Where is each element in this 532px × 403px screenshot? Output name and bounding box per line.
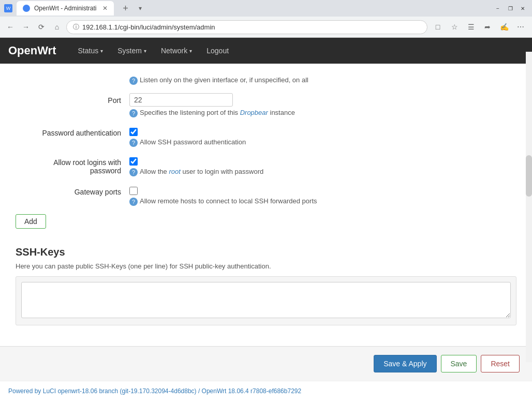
back-button[interactable]: ←	[4, 21, 17, 33]
reload-button[interactable]: ⟳	[35, 21, 48, 33]
more-icon[interactable]: ⋯	[513, 20, 528, 34]
scrollbar[interactable]	[526, 52, 532, 362]
password-auth-row: Password authentication ? Allow SSH pass…	[16, 126, 516, 147]
password-auth-field: ? Allow SSH password authentication	[129, 126, 516, 147]
password-auth-checkbox[interactable]	[129, 128, 138, 136]
gateway-ports-help: ? Allow remote hosts to connect to local…	[129, 197, 516, 206]
password-auth-help-text: Allow SSH password authentication	[140, 138, 246, 146]
gateway-ports-checkbox[interactable]	[129, 187, 138, 195]
port-row: Port ? Specifies the listening port of t…	[16, 93, 516, 117]
reading-list-icon[interactable]: □	[431, 20, 445, 34]
status-caret-icon: ▾	[100, 48, 103, 54]
port-help: ? Specifies the listening port of this D…	[129, 109, 516, 117]
root-login-help: ? Allow the root user to login with pass…	[129, 168, 516, 176]
port-label: Port	[16, 93, 129, 105]
ssh-keys-title: SSH-Keys	[16, 246, 516, 258]
password-auth-help: ? Allow SSH password authentication	[129, 138, 516, 147]
nav-logout[interactable]: Logout	[200, 42, 235, 59]
scrollbar-thumb[interactable]	[526, 155, 532, 197]
password-auth-checkbox-wrapper	[129, 126, 516, 136]
ssh-keys-desc: Here you can paste public SSH-Keys (one …	[16, 262, 516, 270]
openwrt-logo: OpenWrt	[8, 44, 56, 57]
home-button[interactable]: ⌂	[51, 21, 63, 33]
new-tab-button[interactable]: +	[118, 1, 132, 16]
nav-network[interactable]: Network ▾	[155, 42, 198, 59]
browser-nav-icons: □ ☆ ☰ ➦ ✍ ⋯	[431, 20, 528, 34]
browser-title-bar: W OpenWrt - Administrati ✕ + ▾ − ❐ ✕	[0, 0, 532, 17]
browser-chrome: W OpenWrt - Administrati ✕ + ▾ − ❐ ✕ ← →…	[0, 0, 532, 38]
openwrt-header: OpenWrt Status ▾ System ▾ Network ▾ Logo…	[0, 38, 532, 64]
gateway-ports-help-icon: ?	[129, 198, 138, 206]
root-login-checkbox-wrapper	[129, 155, 516, 166]
root-login-checkbox[interactable]	[129, 157, 138, 166]
powered-by-link[interactable]: Powered by LuCI openwrt-18.06 branch (gi…	[8, 387, 301, 395]
password-auth-label: Password authentication	[16, 126, 129, 137]
address-bar[interactable]: ⓘ 192.168.1.1/cgi-bin/luci/admin/system/…	[66, 20, 427, 34]
ssh-keys-section: SSH-Keys Here you can paste public SSH-K…	[16, 241, 516, 325]
gateway-ports-row: Gateway ports ? Allow remote hosts to co…	[16, 185, 516, 206]
listen-field: ? Listen only on the given interface or,…	[129, 74, 516, 85]
password-auth-help-icon: ?	[129, 139, 138, 147]
network-caret-icon: ▾	[189, 48, 192, 54]
ssh-keys-textarea[interactable]	[21, 282, 511, 318]
gateway-ports-checkbox-wrapper	[129, 185, 516, 195]
ssh-textarea-wrapper	[16, 276, 516, 325]
forward-button[interactable]: →	[20, 21, 32, 33]
gateway-ports-field: ? Allow remote hosts to connect to local…	[129, 185, 516, 206]
tab-title: OpenWrt - Administrati	[34, 5, 96, 12]
browser-tab[interactable]: OpenWrt - Administrati ✕	[17, 1, 114, 16]
security-icon: ⓘ	[73, 23, 79, 32]
window-controls: − ❐ ✕	[493, 3, 528, 13]
nav-system[interactable]: System ▾	[111, 42, 153, 59]
tab-list-icon[interactable]: ▾	[139, 5, 142, 12]
nav-menu: Status ▾ System ▾ Network ▾ Logout	[71, 42, 235, 59]
root-login-field: ? Allow the root user to login with pass…	[129, 155, 516, 176]
listen-label	[16, 74, 129, 77]
nav-status[interactable]: Status ▾	[71, 42, 109, 59]
root-login-label: Allow root logins with password	[16, 155, 129, 175]
port-help-text: Specifies the listening port of this Dro…	[140, 109, 295, 116]
tab-favicon	[23, 5, 30, 12]
gateway-ports-label: Gateway ports	[16, 185, 129, 196]
add-button[interactable]: Add	[16, 214, 46, 229]
footer-actions: Save & Apply Save Reset	[0, 346, 532, 381]
main-content: ? Listen only on the given interface or,…	[0, 64, 532, 336]
save-apply-button[interactable]: Save & Apply	[374, 355, 436, 372]
browser-icon: W	[4, 4, 12, 12]
listen-help: ? Listen only on the given interface or,…	[129, 76, 516, 85]
minimize-button[interactable]: −	[493, 3, 503, 13]
url-text: 192.168.1.1/cgi-bin/luci/admin/system/ad…	[82, 23, 215, 31]
listen-help-text: Listen only on the given interface or, i…	[140, 76, 308, 84]
tab-close-icon[interactable]: ✕	[102, 5, 108, 12]
browser-nav-bar: ← → ⟳ ⌂ ⓘ 192.168.1.1/cgi-bin/luci/admin…	[0, 17, 532, 37]
root-login-help-icon: ?	[129, 168, 138, 176]
add-button-wrapper: Add	[16, 214, 516, 229]
gateway-ports-help-text: Allow remote hosts to connect to local S…	[140, 197, 317, 205]
listen-help-icon: ?	[129, 77, 138, 85]
root-login-help-text: Allow the root user to login with passwo…	[140, 168, 263, 175]
port-field: ? Specifies the listening port of this D…	[129, 93, 516, 117]
feedback-icon[interactable]: ✍	[497, 20, 511, 34]
powered-by-footer: Powered by LuCI openwrt-18.06 branch (gi…	[0, 381, 532, 401]
save-button[interactable]: Save	[441, 355, 477, 372]
port-help-icon: ?	[129, 109, 138, 117]
listen-help-row: ? Listen only on the given interface or,…	[16, 74, 516, 85]
port-input[interactable]	[129, 93, 233, 107]
root-login-row: Allow root logins with password ? Allow …	[16, 155, 516, 176]
collections-icon[interactable]: ☰	[464, 20, 478, 34]
restore-button[interactable]: ❐	[505, 3, 515, 13]
share-icon[interactable]: ➦	[480, 20, 495, 34]
system-caret-icon: ▾	[144, 48, 146, 54]
favorites-icon[interactable]: ☆	[447, 20, 462, 34]
close-button[interactable]: ✕	[518, 3, 528, 13]
reset-button[interactable]: Reset	[481, 355, 520, 372]
